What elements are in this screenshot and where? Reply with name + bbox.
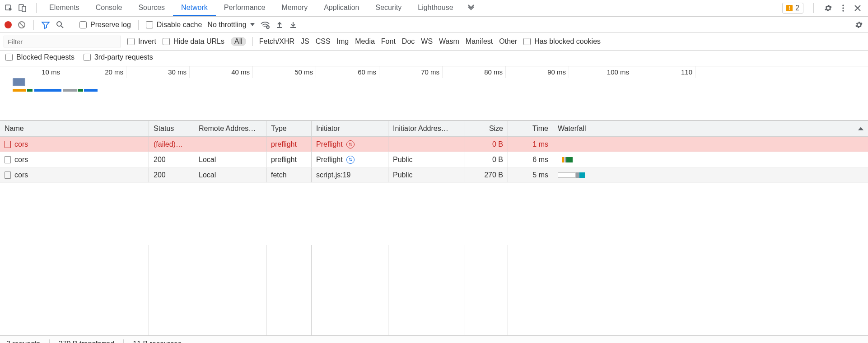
filter-bar: Invert Hide data URLs AllFetch/XHRJSCSSI… (0, 33, 868, 51)
preserve-log-checkbox[interactable]: Preserve log (79, 21, 131, 29)
col-remote[interactable]: Remote Addres… (194, 121, 266, 136)
tab-performance[interactable]: Performance (216, 0, 274, 16)
devtools-tabbar: ElementsConsoleSourcesNetworkPerformance… (0, 0, 868, 17)
filter-type-js[interactable]: JS (301, 37, 309, 46)
initiator-link[interactable]: Preflight (316, 156, 343, 164)
timeline-tick: 90 ms (506, 66, 569, 78)
disable-cache-label: Disable cache (157, 21, 202, 29)
svg-rect-10 (290, 27, 296, 28)
timeline-tick: 30 ms (126, 66, 190, 78)
sort-asc-icon (858, 127, 863, 130)
table-row[interactable]: cors200Localfetchscript.js:19Public270 B… (0, 167, 868, 183)
close-icon[interactable] (854, 4, 862, 12)
file-icon (5, 172, 11, 179)
svg-point-7 (57, 22, 61, 26)
col-time[interactable]: Time (508, 121, 553, 136)
timeline-bar (13, 89, 26, 92)
tab-elements[interactable]: Elements (41, 0, 88, 16)
status-resources: 11 B resources (133, 340, 182, 343)
waterfall-bar (558, 171, 863, 179)
tab-lighthouse[interactable]: Lighthouse (410, 0, 461, 16)
col-name[interactable]: Name (0, 121, 149, 136)
filter-type-manifest[interactable]: Manifest (466, 37, 493, 46)
record-button[interactable] (5, 21, 12, 28)
third-party-checkbox[interactable]: 3rd-party requests (84, 53, 153, 61)
status-transferred: 270 B transferred (59, 340, 115, 343)
waterfall-bar (558, 140, 863, 148)
timeline-bar (27, 89, 33, 92)
network-conditions-icon[interactable] (260, 20, 270, 29)
dropdown-icon (250, 23, 255, 26)
timeline-tick: 110 (632, 66, 695, 78)
filter-bar-2: Blocked Requests 3rd-party requests (0, 51, 868, 66)
initiator-link[interactable]: Preflight (316, 140, 343, 148)
status-bar: 3 requests 270 B transferred 11 B resour… (0, 336, 868, 343)
col-initiator-address[interactable]: Initiator Addres… (388, 121, 465, 136)
tab-application[interactable]: Application (316, 0, 367, 16)
svg-point-3 (842, 5, 844, 6)
tab-sources[interactable]: Sources (130, 0, 173, 16)
initiator-link[interactable]: script.js:19 (316, 171, 350, 179)
col-waterfall[interactable]: Waterfall (553, 121, 868, 136)
filter-type-other[interactable]: Other (499, 37, 517, 46)
warning-icon (786, 5, 793, 11)
disable-cache-checkbox[interactable]: Disable cache (146, 21, 202, 29)
timeline-tick: 50 ms (253, 66, 316, 78)
network-toolbar: Preserve log Disable cache No throttling (0, 17, 868, 33)
filter-type-ws[interactable]: WS (421, 37, 433, 46)
inspect-icon[interactable] (5, 4, 14, 13)
clear-icon[interactable] (17, 20, 26, 29)
svg-point-5 (842, 10, 844, 12)
svg-rect-2 (22, 6, 26, 12)
table-empty-area (0, 245, 868, 335)
tab-console[interactable]: Console (88, 0, 131, 16)
timeline-selection[interactable] (13, 78, 25, 86)
timeline-tick: 10 ms (0, 66, 63, 78)
settings-gear-icon[interactable] (854, 20, 863, 29)
tab-security[interactable]: Security (367, 0, 410, 16)
filter-type-media[interactable]: Media (355, 37, 375, 46)
tab-memory[interactable]: Memory (273, 0, 316, 16)
timeline-overview[interactable]: 10 ms20 ms30 ms40 ms50 ms60 ms70 ms80 ms… (0, 66, 868, 121)
blocked-requests-checkbox[interactable]: Blocked Requests (5, 53, 75, 61)
has-blocked-cookies-checkbox[interactable]: Has blocked cookies (523, 37, 601, 46)
device-toggle-icon[interactable] (18, 4, 27, 13)
svg-point-8 (266, 26, 269, 28)
timeline-bar (63, 89, 77, 92)
col-size[interactable]: Size (465, 121, 508, 136)
filter-type-wasm[interactable]: Wasm (439, 37, 459, 46)
settings-icon[interactable] (824, 4, 833, 13)
table-row[interactable]: cors200LocalpreflightPreflight⇅Public0 B… (0, 152, 868, 167)
filter-icon[interactable] (41, 20, 50, 29)
col-status[interactable]: Status (149, 121, 194, 136)
col-type[interactable]: Type (266, 121, 312, 136)
filter-type-font[interactable]: Font (381, 37, 396, 46)
kebab-menu-icon[interactable] (839, 4, 847, 12)
timeline-tick: 60 ms (316, 66, 379, 78)
filter-type-doc[interactable]: Doc (402, 37, 415, 46)
hide-data-urls-checkbox[interactable]: Hide data URLs (163, 37, 224, 46)
tab-network[interactable]: Network (173, 0, 216, 16)
search-icon[interactable] (56, 20, 65, 29)
preserve-log-label: Preserve log (90, 21, 131, 29)
filter-type-img[interactable]: Img (337, 37, 349, 46)
filter-type-all[interactable]: All (231, 37, 246, 46)
filter-input[interactable] (4, 36, 121, 47)
download-har-icon[interactable] (289, 21, 297, 29)
timeline-tick: 40 ms (190, 66, 253, 78)
more-tabs-icon[interactable] (467, 4, 475, 12)
timeline-bar (84, 89, 98, 92)
col-initiator[interactable]: Initiator (312, 121, 388, 136)
filter-type-css[interactable]: CSS (316, 37, 331, 46)
upload-har-icon[interactable] (275, 21, 284, 29)
issues-badge[interactable]: 2 (782, 3, 803, 14)
waterfall-bar (558, 156, 863, 164)
throttling-select[interactable]: No throttling (207, 21, 254, 29)
table-row[interactable]: cors(failed)…preflightPreflight⇅0 B1 ms (0, 137, 868, 152)
invert-checkbox[interactable]: Invert (127, 37, 156, 46)
throttling-value: No throttling (207, 21, 246, 29)
svg-rect-9 (277, 27, 282, 28)
filter-type-fetch-xhr[interactable]: Fetch/XHR (259, 37, 294, 46)
request-name: cors (14, 156, 28, 164)
preflight-icon: ⇅ (346, 140, 355, 148)
